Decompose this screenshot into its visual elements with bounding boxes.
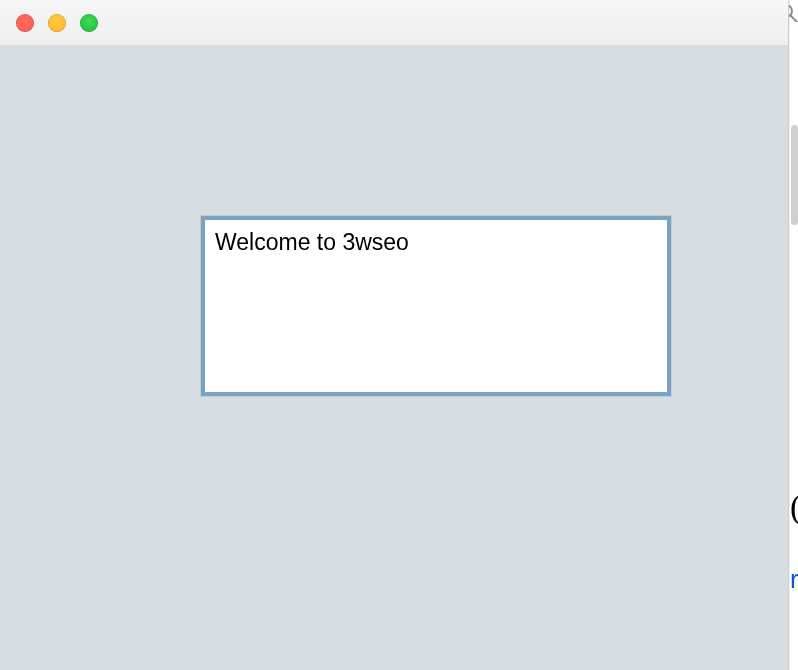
text-widget[interactable]: Welcome to 3wseo — [201, 216, 671, 396]
svg-line-1 — [791, 16, 797, 22]
traffic-lights — [16, 14, 98, 32]
background-page-sliver: ( r — [789, 0, 798, 670]
app-window: Welcome to 3wseo — [0, 0, 789, 670]
background-scrollbar-hint — [791, 125, 798, 225]
window-titlebar[interactable] — [0, 0, 788, 46]
minimize-button[interactable] — [48, 14, 66, 32]
close-button[interactable] — [16, 14, 34, 32]
screenshot-root: ( r Welcome to 3wseo — [0, 0, 798, 670]
background-link-fragment: r — [790, 566, 798, 592]
zoom-button[interactable] — [80, 14, 98, 32]
window-body: Welcome to 3wseo — [0, 46, 788, 670]
background-text-fragment: ( — [790, 490, 798, 524]
